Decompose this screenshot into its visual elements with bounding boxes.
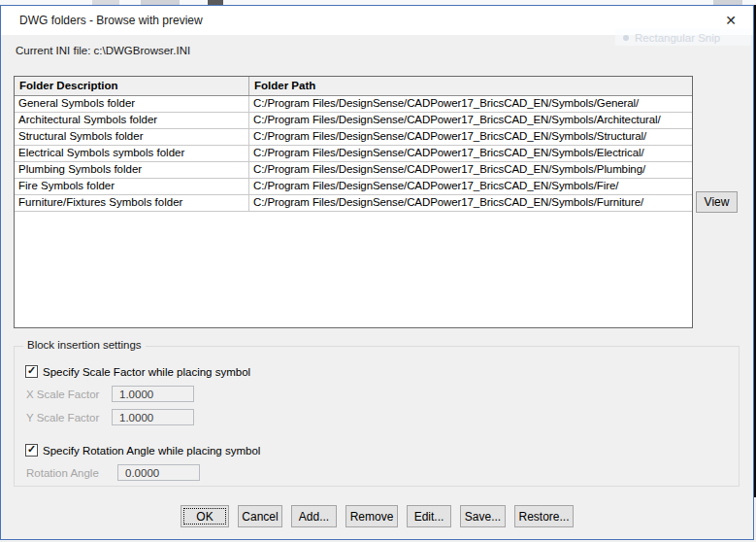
folder-description-cell: General Symbols folder [15, 96, 249, 112]
folder-path-cell: C:/Program Files/DesignSense/CADPower17_… [249, 179, 692, 194]
current-ini-file-text: Current INI file: c:\DWGBrowser.INI [16, 45, 190, 56]
table-row[interactable]: Electrical Symbols symbols folder C:/Pro… [15, 146, 692, 162]
view-button[interactable]: View [696, 191, 738, 213]
snip-dot-icon [623, 35, 629, 41]
checkmark-icon: ✓ [27, 444, 36, 455]
folder-path-cell: C:/Program Files/DesignSense/CADPower17_… [249, 129, 692, 145]
y-scale-factor-label: Y Scale Factor [26, 412, 99, 423]
table-row[interactable]: General Symbols folder C:/Program Files/… [15, 96, 692, 113]
folder-description-cell: Furniture/Fixtures Symbols folder [15, 195, 249, 211]
folder-path-cell: C:/Program Files/DesignSense/CADPower17_… [249, 113, 692, 128]
restore-button[interactable]: Restore... [514, 505, 574, 527]
rotation-angle-label: Rotation Angle [26, 467, 99, 479]
folder-table[interactable]: Folder Description Folder Path General S… [14, 76, 693, 328]
close-icon: ✕ [725, 14, 737, 27]
rotation-angle-checkbox[interactable]: ✓ [25, 444, 38, 457]
table-row[interactable]: Plumbing Symbols folder C:/Program Files… [15, 162, 692, 179]
column-header-folder-path[interactable]: Folder Path [249, 77, 692, 95]
y-scale-factor-input[interactable] [112, 409, 194, 425]
rotation-angle-checkbox-label[interactable]: Specify Rotation Angle while placing sym… [43, 445, 260, 457]
table-row[interactable]: Structural Symbols folder C:/Program Fil… [15, 129, 692, 146]
add-button[interactable]: Add... [291, 505, 337, 527]
x-scale-factor-input[interactable] [112, 386, 194, 402]
remove-button[interactable]: Remove [345, 505, 398, 527]
table-row[interactable]: Architectural Symbols folder C:/Program … [15, 113, 692, 129]
scale-factor-checkbox-row: ✓ Specify Scale Factor while placing sym… [25, 365, 250, 378]
table-row[interactable]: Fire Symbols folder C:/Program Files/Des… [15, 179, 692, 195]
folder-path-cell: C:/Program Files/DesignSense/CADPower17_… [249, 162, 692, 178]
title-bar: DWG folders - Browse with preview ✕ [1, 6, 753, 35]
folder-path-cell: C:/Program Files/DesignSense/CADPower17_… [249, 195, 692, 211]
ok-button[interactable]: OK [181, 505, 229, 527]
edit-button[interactable]: Edit... [407, 505, 451, 527]
scale-factor-checkbox-label[interactable]: Specify Scale Factor while placing symbo… [43, 366, 250, 378]
group-label: Block insertion settings [23, 339, 146, 351]
checkmark-icon: ✓ [27, 365, 36, 376]
folder-description-cell: Electrical Symbols symbols folder [15, 146, 249, 161]
table-row[interactable]: Furniture/Fixtures Symbols folder C:/Pro… [15, 195, 692, 212]
folder-description-cell: Plumbing Symbols folder [15, 162, 249, 178]
x-scale-factor-label: X Scale Factor [26, 389, 99, 400]
column-header-folder-description[interactable]: Folder Description [15, 77, 249, 95]
dwg-folders-dialog: DWG folders - Browse with preview ✕ Rect… [0, 5, 754, 540]
close-button[interactable]: ✕ [714, 6, 747, 35]
dialog-button-row: OK Cancel Add... Remove Edit... Save... … [1, 505, 753, 527]
rotation-angle-input[interactable] [117, 464, 200, 481]
folder-description-cell: Fire Symbols folder [15, 179, 249, 194]
folder-path-cell: C:/Program Files/DesignSense/CADPower17_… [249, 96, 692, 112]
folder-path-cell: C:/Program Files/DesignSense/CADPower17_… [249, 146, 692, 161]
cancel-button[interactable]: Cancel [238, 505, 282, 527]
table-header-row: Folder Description Folder Path [15, 77, 692, 96]
block-insertion-settings-group: Block insertion settings ✓ Specify Scale… [14, 346, 740, 487]
rotation-angle-checkbox-row: ✓ Specify Rotation Angle while placing s… [25, 444, 260, 457]
folder-description-cell: Structural Symbols folder [15, 129, 249, 145]
window-title: DWG folders - Browse with preview [19, 14, 203, 27]
save-button[interactable]: Save... [460, 505, 506, 527]
scale-factor-checkbox[interactable]: ✓ [25, 365, 38, 378]
folder-description-cell: Architectural Symbols folder [15, 113, 249, 128]
